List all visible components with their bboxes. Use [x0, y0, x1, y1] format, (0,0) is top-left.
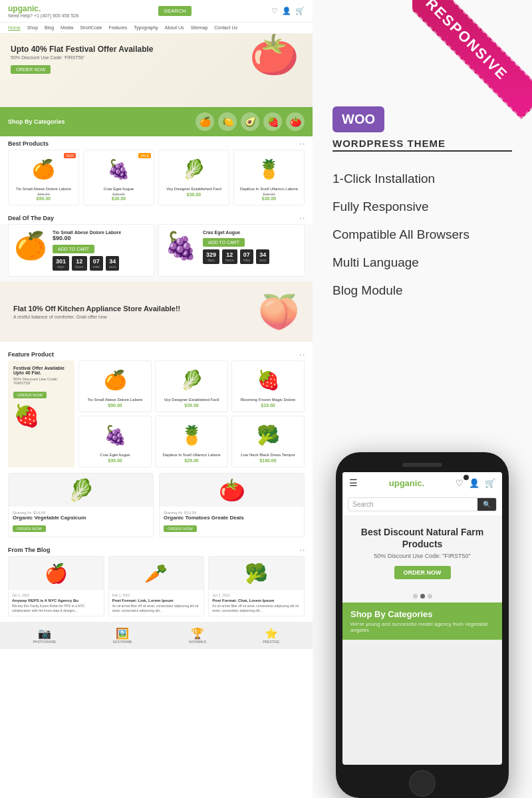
festival-sub: 50% Discount Use Code: 'FIRST50': [13, 377, 69, 385]
festival-btn[interactable]: ORDER NOW: [13, 392, 47, 398]
product-name: Low Neck Black Dress Tempor: [236, 453, 300, 457]
dot-3[interactable]: [428, 594, 432, 598]
new-badge: SALE: [138, 153, 151, 158]
right-panel: RESPONSIVE WOO WORDPRESS THEME 1-Click I…: [313, 0, 532, 798]
badge-name: PHOTOSHARE: [33, 640, 57, 644]
phone-search-placeholder[interactable]: Search: [348, 498, 477, 511]
feature-product-card[interactable]: 🥦 Low Neck Black Dress Tempor $190.00: [231, 416, 305, 467]
phone-order-btn[interactable]: ORDER NOW: [394, 566, 451, 579]
category-lemon[interactable]: 🍋: [218, 112, 237, 131]
category-avocado[interactable]: 🥑: [241, 112, 259, 131]
product-image: 🍇: [88, 154, 150, 184]
phone-categories-title: Shop By Categories: [350, 609, 494, 619]
nav-sitemap[interactable]: Sitemap: [191, 25, 208, 31]
blog-image: 🥕: [109, 557, 204, 590]
product-card[interactable]: 🍍 Dapibus In Scell Ullamco Labore $36.00…: [233, 150, 305, 205]
deal-timer-2: 329days 12hours 07mins 34secs: [203, 249, 299, 264]
blog-date: Jan 1, 2022: [12, 593, 100, 597]
festival-image: 🍓: [13, 403, 69, 428]
shop-categories-bar: Shop By Categories 🍊 🍋 🥑 🍓 🍅: [0, 107, 313, 136]
phone-screen: ☰ upganic. ♡ 👤 🛒 Search 🔍: [342, 472, 502, 765]
nav-shop[interactable]: Shop: [27, 25, 38, 31]
phone-hero: Best Discount Natural Farm Products 50% …: [342, 515, 502, 590]
blog-header: From The Blog ‹ ›: [0, 543, 313, 556]
blog-image: 🍎: [9, 557, 104, 590]
product-name: Dapibus In Scell Ullamco Labore: [238, 187, 300, 191]
phone-camera: [464, 475, 469, 480]
badge-icon: 🏆: [189, 627, 206, 640]
best-products-nav[interactable]: ‹ ›: [299, 141, 305, 147]
feature-product-card[interactable]: 🍇 Cras Eget Augue $39.00: [78, 416, 152, 467]
feature-product-card[interactable]: 🥬 Voy Designer Established Facil $39.00: [155, 360, 228, 412]
site-search-btn[interactable]: SEARCH: [158, 6, 191, 16]
organic-name: Organic Tomatoes Greate Deals: [164, 515, 300, 521]
footer-badge-2: 🖼️ SUS·FRAME: [113, 627, 132, 644]
wishlist-icon: ♡: [271, 7, 278, 15]
feature-nav[interactable]: ‹ ›: [299, 352, 305, 358]
site-footer: 📷 PHOTOSHARE 🖼️ SUS·FRAME 🏆 AVONIMUS ⭐ P…: [0, 622, 313, 649]
blog-card[interactable]: 🍎 Jan 1, 2022 Anyway REPS is A NYC Agenc…: [8, 556, 104, 616]
phone-outer: ☰ upganic. ♡ 👤 🛒 Search 🔍: [336, 452, 509, 798]
blog-card[interactable]: 🥦 Jun 2, 2022 Post Format: Chat, Lorem I…: [208, 556, 305, 616]
organic-order-btn[interactable]: ORDER NOW: [164, 525, 197, 532]
feature-grid: 🍊 Tio Small Abese Dolore Labore $90.00 🥬…: [78, 360, 305, 467]
promo-image: 🍑: [258, 293, 299, 331]
nav-shortcode[interactable]: ShortCode: [80, 25, 102, 31]
nav-about[interactable]: About Us: [165, 25, 184, 31]
phone-home-button[interactable]: [409, 770, 436, 797]
site-logo: upganic.: [8, 4, 78, 13]
phone-account-icon[interactable]: 👤: [469, 478, 479, 488]
footer-badge-4: ⭐ PRESTIGE: [263, 627, 279, 644]
blog-text: We key this Factly Karen Robin for PPS i…: [12, 604, 100, 612]
phone-menu-icon[interactable]: ☰: [349, 477, 358, 488]
category-orange[interactable]: 🍊: [196, 112, 214, 131]
organic-card-1[interactable]: 🥬 Starting At: $19.00 Organic Vegetable …: [8, 473, 154, 537]
hero-order-btn[interactable]: ORDER NOW: [11, 65, 51, 74]
product-card[interactable]: 🥬 Voy Designer Established Facil $30.00: [158, 150, 229, 205]
blog-post-title: Post Format: Chat, Lorem Ipsum: [212, 598, 301, 602]
nav-contact[interactable]: Contact Us: [214, 25, 237, 31]
product-card[interactable]: 🍊 Tio Small Abese Dolore Labore $96.00 $…: [8, 150, 79, 205]
dot-1[interactable]: [413, 594, 418, 598]
deal-image: 🍇: [164, 230, 198, 271]
best-products-grid: 🍊 Tio Small Abese Dolore Labore $96.00 $…: [0, 150, 313, 211]
nav-media[interactable]: Media: [61, 25, 73, 31]
category-strawberry[interactable]: 🍓: [263, 112, 282, 131]
phone-hero-sub: 50% Discount Use Code: "FIRST50": [350, 553, 494, 559]
badge-icon: 📷: [33, 627, 57, 640]
blog-nav[interactable]: ‹ ›: [299, 547, 305, 553]
best-products-header: Best Products ‹ ›: [0, 136, 313, 150]
dot-2[interactable]: [420, 594, 425, 598]
feature-product-card[interactable]: 🍓 Blooming Frozen Magic Dolore $19.00: [231, 360, 305, 412]
nav-home[interactable]: Home: [8, 25, 21, 31]
add-to-cart-btn[interactable]: ADD TO CART: [203, 238, 245, 247]
deal-name: Tio Small Abese Dolore Labore: [53, 230, 148, 235]
phone-cart-icon[interactable]: 🛒: [485, 478, 495, 488]
category-tomato[interactable]: 🍅: [286, 112, 305, 131]
deal-nav[interactable]: ‹ ›: [299, 215, 305, 221]
phone-wishlist-icon[interactable]: ♡: [456, 478, 464, 488]
blog-card[interactable]: 🥕 Feb 1, 2022 Post Format: Link, Lorem I…: [108, 556, 205, 616]
nav-blog[interactable]: Blog: [45, 25, 54, 31]
nav-typography[interactable]: Typography: [134, 25, 158, 31]
organic-card-2[interactable]: 🍅 Starting At: $19.00 Organic Tomatoes G…: [159, 473, 305, 537]
feature-product-card[interactable]: 🍊 Tio Small Abese Dolore Labore $90.00: [78, 360, 152, 412]
add-to-cart-btn[interactable]: ADD TO CART: [53, 245, 94, 253]
woo-icon: WOO: [332, 106, 384, 132]
product-image: 🍊: [83, 365, 147, 395]
deal-card-2[interactable]: 🍇 Cras Eget Augue ADD TO CART 329days 12…: [158, 224, 305, 277]
blog-title: From The Blog: [8, 547, 51, 553]
badge-icon: 🖼️: [113, 627, 132, 640]
organic-order-btn[interactable]: ORDER NOW: [13, 525, 46, 532]
nav-features[interactable]: Features: [109, 25, 128, 31]
hero-image: 🍅: [249, 34, 299, 78]
blog-text: An sit armet filter off sit amet, consec…: [112, 604, 201, 612]
category-icons: 🍊 🍋 🥑 🍓 🍅: [196, 112, 305, 131]
product-card[interactable]: 🍇 Cras Eget Augue $30.00 $30.00 SALE: [83, 150, 154, 205]
feature-product-card[interactable]: 🍍 Dapibus In Scell Ullamco Labore $29.00: [155, 416, 228, 467]
product-name: Cras Eget Augue: [83, 453, 147, 457]
site-header: upganic. Need Help? +1 (407) 600 456 528…: [0, 0, 313, 23]
deal-card-1[interactable]: 🍊 Tio Small Abese Dolore Labore $90.00 A…: [8, 224, 154, 277]
organic-image: 🍅: [160, 473, 304, 507]
phone-search-btn[interactable]: 🔍: [477, 498, 496, 511]
